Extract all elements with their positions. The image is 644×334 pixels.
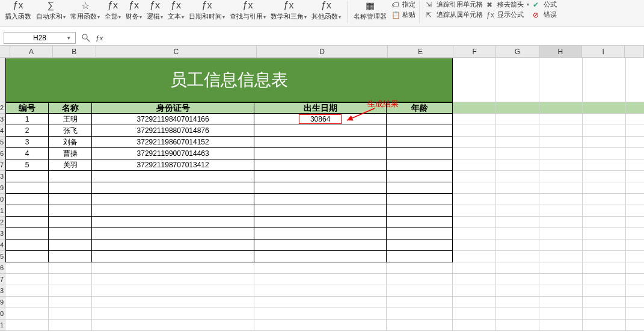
cell[interactable] (539, 297, 583, 308)
cell[interactable] (5, 228, 49, 240)
lookup-button[interactable]: ƒx 查找与引用▾ (227, 0, 268, 21)
cell[interactable] (626, 159, 644, 171)
column-header[interactable]: I (582, 46, 625, 58)
cell[interactable] (254, 228, 387, 240)
cell[interactable] (453, 148, 496, 159)
cell[interactable] (453, 102, 496, 114)
cell[interactable] (453, 137, 496, 148)
row-header[interactable]: 2 (0, 102, 5, 114)
cell-idcard[interactable]: 372921198707013412 (92, 159, 254, 171)
cell[interactable] (496, 205, 539, 217)
cell[interactable] (49, 217, 92, 228)
cell[interactable] (254, 240, 387, 251)
cell-idx[interactable]: 3 (5, 137, 49, 148)
cell[interactable] (583, 274, 626, 285)
cell[interactable] (92, 251, 254, 262)
cell[interactable] (453, 217, 496, 228)
cell[interactable] (49, 274, 92, 285)
cell[interactable] (583, 171, 626, 182)
cell[interactable] (5, 262, 49, 274)
name-box-input[interactable] (4, 32, 76, 44)
row-header[interactable]: 7 (0, 274, 5, 285)
cell[interactable] (92, 217, 254, 228)
cell[interactable] (496, 274, 539, 285)
cell[interactable] (5, 251, 49, 262)
cell[interactable] (453, 297, 496, 308)
cell[interactable] (626, 262, 644, 274)
cell[interactable] (496, 114, 539, 125)
zoom-icon[interactable] (81, 33, 91, 43)
row-header[interactable]: 5 (0, 251, 5, 262)
cell[interactable] (626, 194, 644, 205)
cell[interactable] (496, 194, 539, 205)
cell[interactable] (496, 182, 539, 194)
cell[interactable] (539, 114, 583, 125)
column-header[interactable]: E (388, 46, 453, 58)
column-header[interactable]: A (10, 46, 53, 58)
row-header[interactable]: 9 (0, 297, 5, 308)
cell[interactable] (387, 217, 453, 228)
column-header[interactable]: H (539, 46, 582, 58)
cell[interactable] (626, 308, 644, 320)
finance-button[interactable]: ƒx 财务▾ (123, 0, 144, 21)
cell[interactable] (496, 262, 539, 274)
cell[interactable] (626, 58, 644, 102)
cell[interactable] (539, 137, 583, 148)
cell[interactable] (254, 205, 387, 217)
cell[interactable] (539, 205, 583, 217)
cell-age[interactable] (387, 159, 453, 171)
text-button[interactable]: ƒx 文本▾ (165, 0, 186, 21)
header-cell-age[interactable]: 年龄 (387, 102, 453, 114)
cell[interactable] (539, 274, 583, 285)
cell[interactable] (254, 217, 387, 228)
row-header[interactable]: 4 (0, 125, 5, 137)
cell-idx[interactable]: 5 (5, 159, 49, 171)
namebox-dropdown-icon[interactable]: ▾ (67, 35, 70, 41)
cell[interactable] (5, 274, 49, 285)
cell[interactable] (583, 58, 626, 102)
cell-idcard[interactable]: 372921198407014166 (92, 114, 254, 125)
cell[interactable] (387, 297, 453, 308)
cell[interactable] (49, 171, 92, 182)
cell[interactable] (626, 217, 644, 228)
formula-check-button[interactable]: ✔公式 (533, 0, 557, 9)
cell[interactable] (49, 240, 92, 251)
cell[interactable] (254, 262, 387, 274)
row-header[interactable]: 9 (0, 182, 5, 194)
cell[interactable] (92, 228, 254, 240)
cell[interactable] (496, 125, 539, 137)
cell[interactable] (626, 251, 644, 262)
cell[interactable] (496, 320, 539, 331)
cell-name[interactable]: 张飞 (49, 125, 92, 137)
cell[interactable] (5, 285, 49, 297)
cell[interactable] (626, 228, 644, 240)
name-manager-button[interactable]: ▦ 名称管理器 (351, 0, 389, 21)
cell-dob[interactable] (254, 159, 387, 171)
cell[interactable] (626, 205, 644, 217)
row-header[interactable]: 1 (0, 320, 5, 331)
cell[interactable] (387, 262, 453, 274)
error-check-button[interactable]: ⊘错误 (533, 10, 557, 19)
cell[interactable] (496, 217, 539, 228)
cell[interactable] (387, 240, 453, 251)
datetime-button[interactable]: ƒx 日期和时间▾ (186, 0, 227, 21)
cell[interactable] (49, 320, 92, 331)
cell[interactable] (5, 171, 49, 182)
cell[interactable] (387, 285, 453, 297)
cell[interactable] (387, 194, 453, 205)
cell[interactable] (453, 251, 496, 262)
cell[interactable] (387, 205, 453, 217)
define-name-button[interactable]: 🏷指定 (391, 0, 416, 9)
cell[interactable] (5, 182, 49, 194)
cell[interactable] (49, 205, 92, 217)
cell[interactable] (539, 182, 583, 194)
cell[interactable] (254, 297, 387, 308)
cell[interactable] (539, 194, 583, 205)
insert-function-button[interactable]: ƒx 插入函数 (2, 0, 34, 21)
cell-name[interactable]: 曹操 (49, 148, 92, 159)
cell[interactable] (496, 251, 539, 262)
cell[interactable] (453, 114, 496, 125)
row-header[interactable]: 6 (0, 262, 5, 274)
cell[interactable] (539, 171, 583, 182)
cell[interactable] (626, 274, 644, 285)
